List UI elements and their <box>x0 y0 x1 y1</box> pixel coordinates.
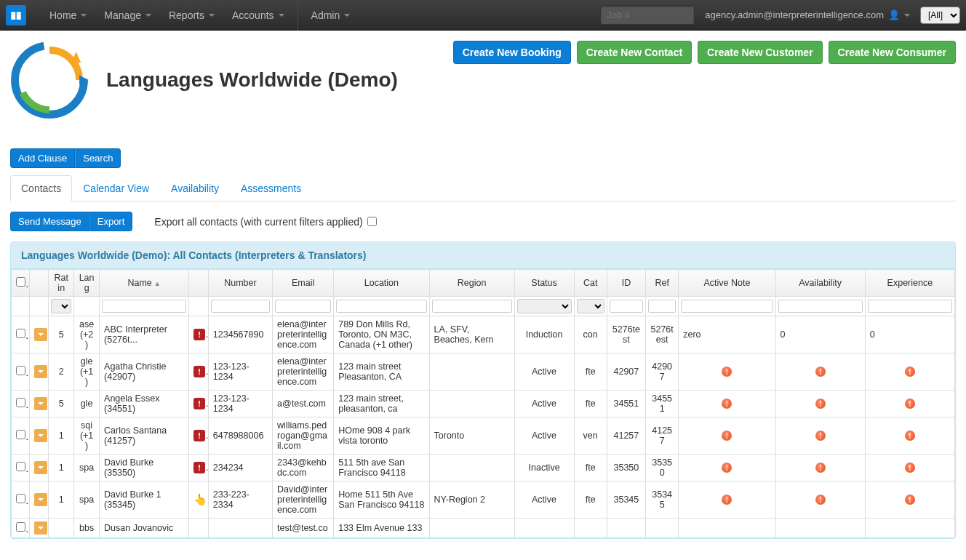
create-new-customer-button[interactable]: Create New Customer <box>698 41 823 64</box>
cell-name[interactable]: David Burke 1 (35345) <box>100 481 189 519</box>
cell-name[interactable]: Agatha Christie (42907) <box>100 353 189 391</box>
col-note[interactable]: Active Note <box>679 270 775 297</box>
create-new-contact-button[interactable]: Create New Contact <box>577 41 692 64</box>
row-select-checkbox[interactable] <box>16 430 25 439</box>
cell-lang: gle (+1) <box>74 353 100 391</box>
scope-select[interactable]: [All] <box>920 7 960 24</box>
col-rating[interactable]: Ratin <box>49 270 74 297</box>
filter-email[interactable] <box>275 300 331 313</box>
row-select-checkbox[interactable] <box>16 329 25 338</box>
filter-note[interactable] <box>681 300 773 313</box>
cell-id <box>607 519 645 538</box>
cell-cat: fte <box>574 353 607 391</box>
cell-status: Active <box>514 481 574 519</box>
cell-name[interactable]: ABC Interpreter (5276t... <box>100 316 189 353</box>
filter-status[interactable] <box>517 299 572 313</box>
hand-icon: 👆 <box>193 493 208 505</box>
cell-region <box>429 455 514 481</box>
warning-icon: ! <box>905 495 915 505</box>
col-status[interactable]: Status <box>514 270 574 297</box>
col-location[interactable]: Location <box>334 270 429 297</box>
col-lang[interactable]: Lang <box>74 270 100 297</box>
cell-avail: ! <box>775 391 865 417</box>
col-exp[interactable]: Experience <box>865 270 954 297</box>
create-new-booking-button[interactable]: Create New Booking <box>453 41 571 64</box>
job-number-input[interactable] <box>600 5 695 25</box>
select-all-checkbox[interactable] <box>16 277 25 287</box>
table-row: bbsDusan Jovanovictest@test.co133 Elm Av… <box>12 519 955 538</box>
app-logo-icon[interactable] <box>6 5 26 25</box>
filter-cat[interactable] <box>577 299 604 313</box>
cell-region: Toronto <box>429 417 514 455</box>
filter-location[interactable] <box>336 300 426 313</box>
col-cat[interactable]: Cat <box>574 270 607 297</box>
add-clause-button[interactable]: Add Clause <box>10 148 75 168</box>
col-region[interactable]: Region <box>429 270 514 297</box>
search-toolbar: Add Clause Search <box>10 148 956 168</box>
filter-ref[interactable] <box>648 300 676 313</box>
send-message-button[interactable]: Send Message <box>10 212 89 231</box>
search-button[interactable]: Search <box>75 148 121 168</box>
col-email[interactable]: Email <box>273 270 334 297</box>
cell-status: Active <box>514 417 574 455</box>
tab-calendar-view[interactable]: Calendar View <box>72 175 160 201</box>
row-select-checkbox[interactable] <box>16 462 25 471</box>
filter-name[interactable] <box>102 300 186 313</box>
row-menu-button[interactable] <box>34 521 47 535</box>
filter-exp[interactable] <box>868 300 952 313</box>
export-button[interactable]: Export <box>89 212 133 231</box>
row-menu-button[interactable] <box>34 429 47 442</box>
export-all-checkbox[interactable] <box>367 217 377 226</box>
cell-name[interactable]: Angela Essex (34551) <box>100 391 189 417</box>
filter-avail[interactable] <box>778 300 863 313</box>
row-select-checkbox[interactable] <box>16 522 25 532</box>
cell-name[interactable]: David Burke (35350) <box>100 455 189 481</box>
col-flag <box>189 270 209 297</box>
cell-note <box>679 519 775 538</box>
create-new-consumer-button[interactable]: Create New Consumer <box>829 41 956 64</box>
row-select-checkbox[interactable] <box>16 398 25 407</box>
cell-flag: ! <box>189 391 209 417</box>
row-menu-button[interactable] <box>34 328 47 341</box>
cell-number: 123-123-1234 <box>208 353 272 391</box>
cell-lang: spa <box>74 455 100 481</box>
chevron-down-icon <box>38 498 44 501</box>
contacts-toolbar: Send Message Export Export all contacts … <box>10 212 956 231</box>
filter-region[interactable] <box>432 300 512 313</box>
cell-id: 5276test <box>607 316 645 353</box>
filter-number[interactable] <box>211 300 270 313</box>
warning-icon: ! <box>722 463 732 473</box>
cell-exp: 0 <box>865 316 954 353</box>
nav-accounts[interactable]: Accounts <box>223 0 293 31</box>
col-id[interactable]: ID <box>607 270 645 297</box>
row-menu-button[interactable] <box>34 397 47 410</box>
warning-icon: ! <box>905 463 915 473</box>
col-avail[interactable]: Availability <box>775 270 865 297</box>
row-menu-button[interactable] <box>34 493 47 506</box>
col-number[interactable]: Number <box>208 270 272 297</box>
chevron-down-icon <box>38 370 44 373</box>
cell-exp: ! <box>865 481 954 519</box>
tab-contacts[interactable]: Contacts <box>10 175 72 201</box>
cell-avail: ! <box>775 417 865 455</box>
row-select-checkbox[interactable] <box>16 494 25 503</box>
nav-admin[interactable]: Admin <box>303 0 359 31</box>
tab-assessments[interactable]: Assessments <box>230 175 312 201</box>
row-select-checkbox[interactable] <box>16 366 25 375</box>
top-navbar: Home Manage Reports Accounts Admin agenc… <box>0 0 966 31</box>
row-menu-button[interactable] <box>34 365 47 378</box>
tab-availability[interactable]: Availability <box>160 175 230 201</box>
cell-name[interactable]: Carlos Santana (41257) <box>100 417 189 455</box>
cell-name[interactable]: Dusan Jovanovic <box>100 519 189 538</box>
filter-rating[interactable] <box>51 299 71 313</box>
cell-note: ! <box>679 391 775 417</box>
row-menu-button[interactable] <box>34 461 47 474</box>
col-ref[interactable]: Ref <box>646 270 679 297</box>
nav-reports[interactable]: Reports <box>160 0 223 31</box>
filter-id[interactable] <box>610 300 643 313</box>
chevron-down-icon <box>38 527 44 529</box>
user-menu[interactable]: agency.admin@interpreterintelligence.com… <box>705 9 910 20</box>
nav-home[interactable]: Home <box>41 0 95 31</box>
col-name[interactable]: Name▲ <box>100 270 189 297</box>
nav-manage[interactable]: Manage <box>95 0 160 31</box>
